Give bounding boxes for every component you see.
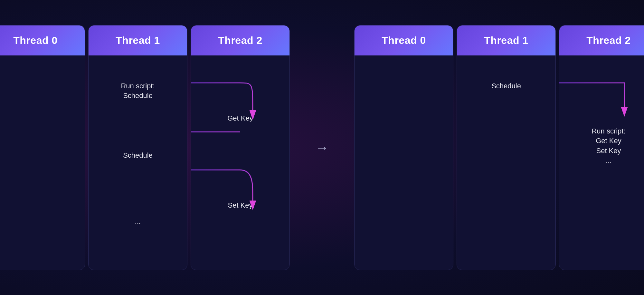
thread-header-left-2: Thread 2 bbox=[191, 25, 289, 55]
thread-1-left-label: Thread 1 bbox=[116, 34, 160, 46]
transition-arrow-symbol: → bbox=[315, 140, 329, 155]
thread-panel-left-0: Thread 0 bbox=[0, 25, 85, 270]
node-get-key-left: Get Key bbox=[227, 114, 253, 122]
node-schedule-right: Schedule bbox=[491, 82, 521, 90]
thread-header-left-1: Thread 1 bbox=[89, 25, 187, 55]
node-schedule-left: Schedule bbox=[123, 151, 153, 159]
thread-body-right-2: Run script:Get KeySet Key... bbox=[559, 55, 644, 270]
thread-header-right-0: Thread 0 bbox=[355, 25, 453, 55]
node-ellipsis-thread1: ... bbox=[135, 217, 141, 225]
main-layout: Thread 0 Thread 1 Run script:Schedule Sc… bbox=[0, 25, 644, 270]
thread-2-right-label: Thread 2 bbox=[586, 34, 630, 46]
thread-body-left-0 bbox=[0, 55, 85, 270]
thread-0-right-label: Thread 0 bbox=[382, 34, 426, 46]
thread-panel-left-1: Thread 1 Run script:Schedule Schedule ..… bbox=[88, 25, 187, 270]
thread-panel-right-0: Thread 0 bbox=[354, 25, 453, 270]
transition-arrow: → bbox=[309, 140, 335, 155]
thread-body-left-2: Get Key Set Key bbox=[191, 55, 289, 270]
thread-body-left-1: Run script:Schedule Schedule ... bbox=[89, 55, 187, 270]
thread-panel-right-2: Thread 2 Run script:Get KeySet Key... bbox=[559, 25, 644, 270]
thread-panel-right-1: Thread 1 Schedule bbox=[457, 25, 556, 270]
thread-header-right-2: Thread 2 bbox=[559, 25, 644, 55]
thread-body-right-0 bbox=[355, 55, 453, 270]
node-run-script-right: Run script:Get KeySet Key... bbox=[592, 127, 625, 165]
thread-header-left-0: Thread 0 bbox=[0, 25, 85, 55]
thread-panel-left-2: Thread 2 Get Key Set Key bbox=[191, 25, 290, 270]
thread-0-left-label: Thread 0 bbox=[13, 34, 57, 46]
node-set-key-left: Set Key bbox=[228, 201, 252, 209]
left-diagram: Thread 0 Thread 1 Run script:Schedule Sc… bbox=[0, 25, 290, 270]
node-run-script-schedule: Run script:Schedule bbox=[121, 82, 155, 100]
thread-header-right-1: Thread 1 bbox=[457, 25, 555, 55]
thread-1-right-label: Thread 1 bbox=[484, 34, 528, 46]
right-diagram: Thread 0 Thread 1 Schedule Thread 2 bbox=[354, 25, 644, 270]
thread-body-right-1: Schedule bbox=[457, 55, 555, 270]
thread-2-left-label: Thread 2 bbox=[218, 34, 262, 46]
